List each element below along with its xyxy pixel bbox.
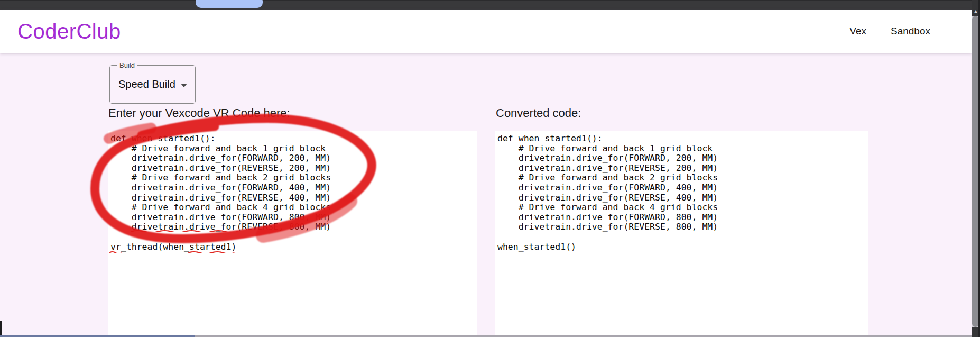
- build-select-value[interactable]: Speed Build: [118, 78, 175, 90]
- nav-link-vex[interactable]: Vex: [849, 25, 866, 37]
- app-window: CoderClub Vex Sandbox Build Speed Build …: [0, 0, 980, 337]
- brand-title: CoderClub: [0, 20, 121, 43]
- horizontal-scrollbar-thumb[interactable]: [0, 335, 195, 337]
- left-panel-heading: Enter your Vexcode VR Code here:: [108, 106, 290, 120]
- converted-code-box: def when_started1(): # Drive forward and…: [495, 131, 868, 337]
- browser-tab-remnant[interactable]: [196, 0, 263, 8]
- header-nav: Vex Sandbox: [849, 25, 972, 37]
- build-select-label: Build: [117, 61, 137, 69]
- app-header: CoderClub Vex Sandbox: [0, 10, 972, 53]
- vexcode-input-text[interactable]: def when_started1(): # Drive forward and…: [108, 131, 477, 252]
- dropdown-arrow-icon[interactable]: [181, 84, 187, 87]
- right-panel-heading: Converted code:: [496, 106, 581, 120]
- horizontal-scrollbar[interactable]: [0, 335, 972, 337]
- build-select[interactable]: Build Speed Build: [109, 65, 196, 104]
- converted-code-text: def when_started1(): # Drive forward and…: [495, 131, 868, 252]
- vertical-scrollbar[interactable]: ▲: [972, 0, 980, 337]
- browser-topbar: [0, 0, 980, 10]
- nav-link-sandbox[interactable]: Sandbox: [891, 25, 930, 37]
- screen-edge-artifact: [0, 321, 2, 335]
- vexcode-input-textarea[interactable]: def when_started1(): # Drive forward and…: [108, 131, 477, 337]
